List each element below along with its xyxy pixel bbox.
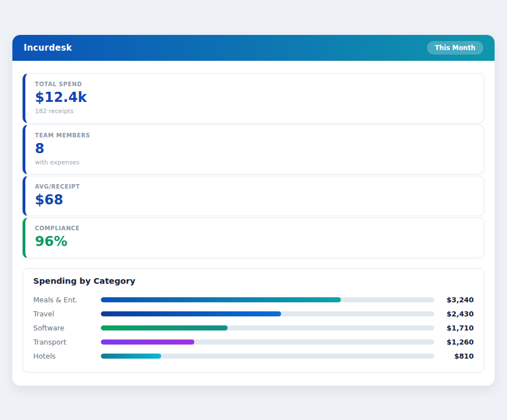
dashboard-content: TOTAL SPEND$12.4k182 receiptsTEAM MEMBER…: [12, 61, 495, 386]
stat-value: 8: [35, 141, 474, 157]
bar-track: [101, 339, 434, 345]
stat-label: COMPLIANCE: [35, 225, 474, 231]
stat-card-total-spend: TOTAL SPEND$12.4k182 receipts: [23, 73, 484, 123]
chart-title: Spending by Category: [33, 276, 474, 285]
bar-track: [101, 297, 434, 302]
chart-category-label: Hotels: [33, 352, 101, 360]
stat-value: 96%: [35, 234, 474, 250]
chart-value-label: $1,710: [434, 324, 474, 332]
chart-row-list: Meals & Ent.$3,240Travel$2,430Software$1…: [33, 293, 474, 363]
stat-subtitle: 182 receipts: [35, 108, 474, 115]
chart-value-label: $1,260: [434, 338, 474, 346]
chart-category-label: Meals & Ent.: [33, 296, 101, 304]
period-badge[interactable]: This Month: [427, 41, 483, 55]
bar-track: [101, 325, 434, 330]
stat-value: $68: [35, 192, 474, 208]
stat-value: $12.4k: [35, 90, 474, 106]
stat-card-team-members: TEAM MEMBERS8with expenses: [23, 124, 484, 175]
chart-row: Meals & Ent.$3,240: [33, 293, 474, 307]
chart-category-label: Travel: [33, 310, 101, 318]
stat-label: TEAM MEMBERS: [35, 132, 474, 138]
chart-category-label: Software: [33, 324, 101, 332]
chart-value-label: $2,430: [434, 310, 474, 318]
chart-row: Travel$2,430: [33, 307, 474, 321]
chart-value-label: $3,240: [434, 296, 474, 304]
stat-card-avg-receipt: AVG/RECEIPT$68: [23, 176, 484, 217]
chart-row: Transport$1,260: [33, 335, 474, 349]
spending-chart-card: Spending by Category Meals & Ent.$3,240T…: [23, 268, 484, 373]
dashboard-card: Incurdesk This Month TOTAL SPEND$12.4k18…: [12, 35, 495, 386]
bar-fill: [101, 325, 228, 330]
chart-row: Hotels$810: [33, 349, 474, 363]
chart-value-label: $810: [434, 352, 474, 360]
bar-fill: [101, 354, 161, 359]
bar-track: [101, 354, 434, 359]
bar-fill: [101, 297, 341, 302]
stat-card-compliance: COMPLIANCE96%: [23, 217, 484, 258]
stat-subtitle: with expenses: [35, 159, 474, 166]
bar-fill: [101, 339, 194, 345]
stat-card-list: TOTAL SPEND$12.4k182 receiptsTEAM MEMBER…: [23, 73, 484, 258]
bar-fill: [101, 311, 281, 316]
app-title: Incurdesk: [24, 43, 72, 53]
stat-label: AVG/RECEIPT: [35, 184, 474, 190]
chart-row: Software$1,710: [33, 321, 474, 335]
bar-track: [101, 311, 434, 316]
chart-category-label: Transport: [33, 338, 101, 346]
stat-label: TOTAL SPEND: [35, 81, 474, 87]
app-header: Incurdesk This Month: [12, 35, 495, 61]
